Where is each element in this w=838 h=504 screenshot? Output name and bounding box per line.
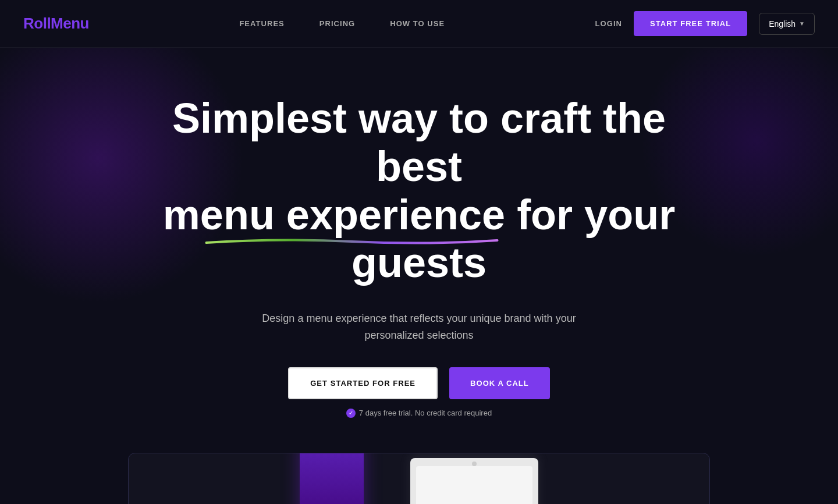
nav-links: FEATURES PRICING HOW TO USE xyxy=(239,19,445,28)
preview-section xyxy=(0,441,838,504)
hero-buttons: GET STARTED FOR FREE BOOK A CALL xyxy=(288,367,550,399)
nav-right: LOGIN START FREE TRIAL English ▼ xyxy=(595,11,815,36)
phone-mockup xyxy=(300,453,364,504)
language-label: English xyxy=(769,19,796,29)
check-icon: ✓ xyxy=(346,409,356,418)
laptop-screen xyxy=(416,466,532,504)
hero-title-part1: Simplest way to craft the best xyxy=(172,95,666,190)
hero-title-part2: for your xyxy=(517,191,675,238)
start-trial-button[interactable]: START FREE TRIAL xyxy=(634,11,747,36)
login-link[interactable]: LOGIN xyxy=(595,19,622,28)
language-selector[interactable]: English ▼ xyxy=(759,13,815,35)
chevron-down-icon: ▼ xyxy=(799,20,805,27)
highlight-underline xyxy=(157,237,546,245)
trial-note-text: 7 days free trial. No credit card requir… xyxy=(359,409,492,417)
laptop-mockup xyxy=(410,458,538,504)
hero-title: Simplest way to craft the best menu expe… xyxy=(143,94,695,287)
trial-note: ✓ 7 days free trial. No credit card requ… xyxy=(346,409,492,418)
nav-how-to-use[interactable]: HOW TO USE xyxy=(390,19,445,28)
logo[interactable]: RollMenu xyxy=(23,15,89,33)
nav-features[interactable]: FEATURES xyxy=(239,19,284,28)
hero-section: Simplest way to craft the best menu expe… xyxy=(0,48,838,441)
preview-frame xyxy=(128,453,710,504)
hero-title-highlight: menu experience xyxy=(163,191,517,238)
navbar: RollMenu FEATURES PRICING HOW TO USE LOG… xyxy=(0,0,838,48)
hero-subtitle: Design a menu experience that reflects y… xyxy=(256,310,582,344)
book-call-button[interactable]: BOOK A CALL xyxy=(449,367,550,399)
hero-title-part3: guests xyxy=(351,239,487,286)
get-started-button[interactable]: GET STARTED FOR FREE xyxy=(288,367,438,399)
nav-pricing[interactable]: PRICING xyxy=(319,19,355,28)
